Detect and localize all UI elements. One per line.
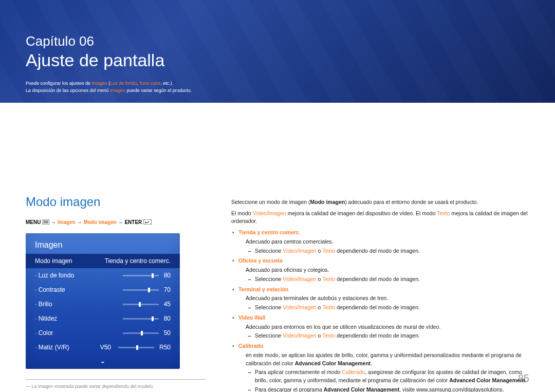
enter-icon [143,219,152,226]
section-title: Modo imagen [26,195,206,209]
osd-item-value: 70 [164,286,171,293]
osd-slider[interactable] [123,332,159,334]
footnote: La imagen mostrada puede variar dependie… [26,384,206,389]
sub-item: Seleccione Vídeo/Imagen o Texto dependie… [246,332,529,340]
svg-marker-5 [145,221,146,223]
osd-row[interactable]: Nitidez 80 [26,311,180,326]
menu-breadcrumb: MENU → Imagen → Modo imagen → ENTER [26,219,206,226]
osd-slider[interactable] [123,275,159,276]
intro-text: Puede configurar los ajustes de Imagen (… [26,80,529,95]
sub-item: Para descargar el programa Advanced Colo… [246,386,529,392]
svg-rect-4 [143,219,152,225]
osd-panel: Imagen Modo imagen Tienda y centro comer… [26,233,180,369]
osd-row[interactable]: Contraste 70 [26,283,180,297]
chapter-label: Capítulo 06 [26,33,529,49]
osd-slider[interactable] [123,289,159,291]
sub-item: Seleccione Vídeo/Imagen o Texto dependie… [246,275,529,284]
osd-matiz-right: R50 [159,344,171,351]
osd-item-label: Luz de fondo [35,272,123,279]
list-item: Terminal y estación Adecuado para termin… [231,286,529,312]
osd-slider[interactable] [123,318,159,320]
osd-item-value: 80 [164,315,171,322]
osd-row[interactable]: Luz de fondo 80 [26,268,180,283]
list-item: Video Wall Adecuado para entornos en los… [231,314,529,340]
osd-title: Imagen [26,238,180,254]
osd-row-selected[interactable]: Modo imagen Tienda y centro comerc. [26,254,180,268]
sub-item: Seleccione Vídeo/Imagen o Texto dependie… [246,304,529,312]
osd-row[interactable]: Brillo 45 [26,297,180,311]
osd-row[interactable]: Color 50 [26,326,180,340]
sub-item: Seleccione Vídeo/Imagen o Texto dependie… [246,247,529,255]
osd-item-value: 50 [164,329,171,337]
page-title: Ajuste de pantalla [26,50,529,70]
sub-item: Para aplicar correctamente el modo Calib… [246,368,529,385]
menu-icon [42,219,49,226]
content-body: Seleccione un modo de imagen (Modo image… [231,197,529,392]
osd-item-label: Brillo [35,301,123,308]
list-item-calibrado: Calibrado en este modo, se aplican los a… [231,342,529,392]
osd-row-matiz[interactable]: Matiz (V/R) V50 R50 [26,340,180,354]
osd-matiz-left: V50 [100,344,111,351]
osd-modo-imagen-value: Tienda y centro comerc. [105,257,171,265]
osd-modo-imagen-label: Modo imagen [35,257,105,265]
osd-item-value: 45 [164,301,171,308]
osd-item-value: 80 [164,272,171,279]
list-item: Oficina y escuela Adecuado para oficinas… [231,257,529,283]
osd-matiz-slider[interactable] [118,347,154,348]
osd-scroll-down-icon[interactable]: ⌄ [26,354,180,369]
osd-item-label: Nitidez [35,315,123,322]
osd-slider[interactable] [123,304,159,305]
osd-item-label: Contraste [35,286,123,293]
list-item: Tienda y centro comerc. Adecuado para ce… [231,229,529,255]
divider [26,379,206,380]
osd-item-label: Color [35,329,123,337]
